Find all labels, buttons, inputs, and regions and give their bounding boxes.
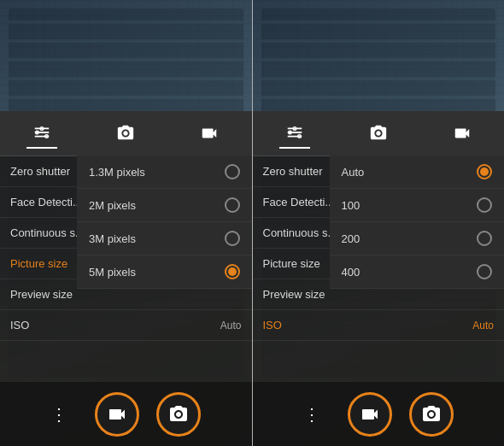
tab-video-left[interactable]: [194, 118, 225, 149]
tab-video-right[interactable]: [447, 118, 478, 149]
right-submenu-item-400[interactable]: 400: [330, 255, 505, 289]
right-radio-100[interactable]: [477, 197, 492, 213]
left-radio-5m[interactable]: [225, 264, 240, 279]
left-submenu-item-2m[interactable]: 2M pixels: [77, 189, 252, 222]
right-panel: Zero shutter Face Detecti... Continuous …: [253, 0, 505, 446]
right-submenu-iso: Auto 100 200 400: [330, 156, 505, 289]
right-camera-button[interactable]: [409, 392, 454, 437]
left-item-iso[interactable]: ISO Auto: [0, 310, 252, 341]
right-radio-400[interactable]: [477, 264, 492, 279]
right-radio-200[interactable]: [477, 231, 492, 246]
right-submenu-item-100[interactable]: 100: [330, 189, 505, 222]
left-radio-2m[interactable]: [225, 197, 240, 213]
right-more-button[interactable]: ⋮: [303, 404, 322, 425]
left-radio-1-3m[interactable]: [225, 164, 240, 179]
left-submenu-picture-size: 1.3M pixels 2M pixels 3M pixels 5M pixel…: [77, 156, 252, 289]
left-bottom-bar: ⋮: [0, 382, 252, 446]
left-more-button[interactable]: ⋮: [50, 404, 69, 425]
right-tabs: [253, 111, 505, 156]
tab-settings-right[interactable]: [279, 118, 310, 149]
right-radio-auto[interactable]: [477, 164, 492, 179]
left-submenu-item-5m[interactable]: 5M pixels: [77, 255, 252, 289]
left-submenu-item-1-3m[interactable]: 1.3M pixels: [77, 156, 252, 189]
left-tabs: [0, 111, 252, 156]
tab-photo-left[interactable]: [110, 118, 141, 149]
tab-photo-right[interactable]: [363, 118, 394, 149]
left-camera-button[interactable]: [156, 392, 201, 437]
right-video-button[interactable]: [348, 392, 392, 437]
left-panel: Zero shutter Face Detecti... Continuous …: [0, 0, 252, 446]
left-submenu-item-3m[interactable]: 3M pixels: [77, 222, 252, 255]
right-bottom-bar: ⋮: [253, 382, 505, 446]
tab-settings-left[interactable]: [26, 118, 57, 149]
right-item-iso[interactable]: ISO Auto: [253, 310, 505, 341]
left-radio-3m[interactable]: [225, 231, 240, 246]
right-submenu-item-auto[interactable]: Auto: [330, 156, 505, 189]
left-video-button[interactable]: [95, 392, 139, 437]
right-submenu-item-200[interactable]: 200: [330, 222, 505, 255]
